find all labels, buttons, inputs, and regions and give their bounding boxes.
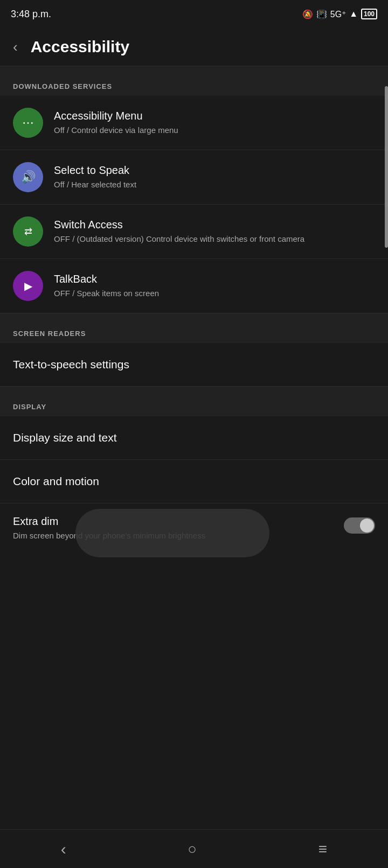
accessibility-menu-icon: ⋯	[13, 108, 43, 138]
talkback-subtitle: OFF / Speak items on screen	[54, 288, 159, 299]
extra-dim-toggle-knob	[360, 519, 374, 533]
status-bar: 3:48 p.m. 🔕 📳 5G⁺ ▲ 100	[0, 0, 388, 28]
text-to-speech-title: Text-to-speech settings	[13, 358, 129, 371]
page-container: 3:48 p.m. 🔕 📳 5G⁺ ▲ 100 ‹ Accessibility …	[0, 0, 388, 592]
notification-icon: 🔕	[302, 9, 313, 19]
switch-access-title: Switch Access	[54, 219, 304, 231]
talkback-text: TalkBack OFF / Speak items on screen	[54, 273, 159, 299]
switch-access-subtitle: OFF / (Outdated version) Control device …	[54, 233, 304, 244]
signal-icon: 5G⁺	[330, 9, 346, 19]
status-time: 3:48 p.m.	[11, 9, 51, 20]
list-item-display-size-text[interactable]: Display size and text	[0, 416, 388, 460]
extra-dim-toggle[interactable]	[344, 517, 375, 534]
switch-access-text: Switch Access OFF / (Outdated version) C…	[54, 219, 304, 244]
extra-dim-toggle-container[interactable]	[344, 517, 375, 534]
status-icons: 🔕 📳 5G⁺ ▲ 100	[302, 9, 377, 19]
wifi-icon: ▲	[349, 9, 358, 19]
scrollbar[interactable]	[385, 86, 388, 248]
list-item-select-to-speak[interactable]: 🔊 Select to Speak Off / Hear selected te…	[0, 150, 388, 205]
accessibility-menu-title: Accessibility Menu	[54, 110, 178, 122]
accessibility-menu-text: Accessibility Menu Off / Control device …	[54, 110, 178, 136]
section-separator-display	[0, 387, 388, 392]
screen-readers-header: SCREEN READERS	[0, 319, 388, 343]
select-to-speak-title: Select to Speak	[54, 164, 136, 177]
accessibility-menu-subtitle: Off / Control device via large menu	[54, 124, 178, 136]
color-motion-title: Color and motion	[13, 475, 99, 488]
nav-menu-button[interactable]: ≡	[302, 834, 343, 864]
navigation-bar: ‹ ○ ≡	[0, 829, 388, 868]
list-item-color-motion[interactable]: Color and motion	[0, 460, 388, 503]
select-to-speak-subtitle: Off / Hear selected text	[54, 179, 136, 190]
section-separator-top	[0, 66, 388, 72]
select-to-speak-icon: 🔊	[13, 162, 43, 192]
page-title: Accessibility	[31, 38, 129, 56]
select-to-speak-text: Select to Speak Off / Hear selected text	[54, 164, 136, 190]
vibrate-icon: 📳	[316, 9, 327, 19]
list-item-extra-dim[interactable]: Extra dim Dim screen beyond your phone's…	[0, 503, 388, 553]
list-item-accessibility-menu[interactable]: ⋯ Accessibility Menu Off / Control devic…	[0, 96, 388, 150]
battery-indicator: 100	[361, 9, 377, 19]
extra-dim-overlay	[75, 509, 269, 557]
nav-back-button[interactable]: ‹	[45, 834, 82, 865]
list-item-text-to-speech[interactable]: Text-to-speech settings	[0, 343, 388, 387]
display-size-text-title: Display size and text	[13, 431, 117, 444]
list-item-switch-access[interactable]: ⇄ Switch Access OFF / (Outdated version)…	[0, 205, 388, 259]
header: ‹ Accessibility	[0, 28, 388, 66]
section-separator-screen-readers	[0, 313, 388, 319]
nav-home-button[interactable]: ○	[171, 834, 213, 864]
back-button[interactable]: ‹	[13, 39, 18, 55]
downloaded-services-header: DOWNLOADED SERVICES	[0, 72, 388, 96]
display-header: DISPLAY	[0, 392, 388, 416]
talkback-title: TalkBack	[54, 273, 159, 285]
list-item-talkback[interactable]: ▶ TalkBack OFF / Speak items on screen	[0, 259, 388, 313]
switch-access-icon: ⇄	[13, 216, 43, 247]
talkback-icon: ▶	[13, 271, 43, 301]
